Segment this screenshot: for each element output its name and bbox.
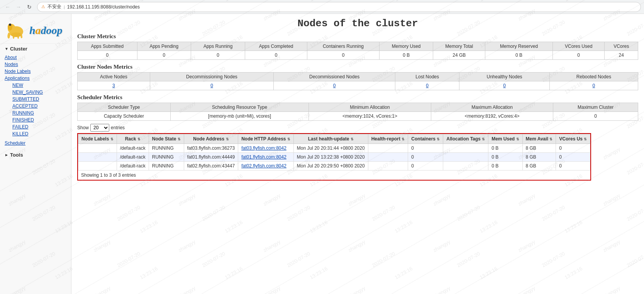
table-cell: Mon Jul 20 13:22:38 +0800 2020 bbox=[293, 153, 368, 162]
node-metric-link[interactable]: 0 bbox=[426, 83, 429, 88]
separator: | bbox=[64, 5, 65, 9]
table-cell: /default-rack bbox=[117, 162, 149, 171]
node-table-header: Node State ⇅ bbox=[149, 134, 184, 144]
entries-select[interactable]: 102050100 bbox=[90, 124, 109, 132]
table-cell: 0 bbox=[408, 144, 443, 153]
logo-area: hadoop bbox=[0, 18, 71, 44]
table-cell: 0 B bbox=[488, 153, 522, 162]
table-cell: fat01.flyfish.com:8042 bbox=[238, 153, 294, 162]
sidebar-item-applications[interactable]: Applications bbox=[0, 75, 71, 82]
sidebar-cluster-title: ▼ Cluster bbox=[0, 44, 71, 54]
scheduler-metric-header: Maximum Allocation bbox=[431, 103, 553, 112]
cluster-metric-value: 0 bbox=[137, 51, 191, 60]
node-http-link[interactable]: fat01.flyfish.com:8042 bbox=[241, 154, 286, 160]
cluster-metric-value: 24 GB bbox=[433, 51, 485, 60]
cluster-node-metric-header: Decommissioning Nodes bbox=[150, 73, 274, 81]
node-table-header: Allocation Tags ⇅ bbox=[443, 134, 488, 144]
scheduler-metric-value: Capacity Scheduler bbox=[78, 112, 171, 121]
page-title-container: Nodes of the cluster bbox=[77, 18, 638, 29]
sidebar: hadoop ▼ Cluster About Nodes Node Labels… bbox=[0, 14, 71, 294]
table-cell: 0 B bbox=[488, 162, 522, 171]
table-cell: fat02.flyfish.com:8042 bbox=[238, 162, 294, 171]
sidebar-item-submitted[interactable]: SUBMITTED bbox=[4, 96, 71, 103]
table-cell bbox=[78, 153, 117, 162]
sidebar-item-about[interactable]: About bbox=[0, 54, 71, 61]
cluster-metric-value: 0 bbox=[245, 51, 307, 60]
active-nodes-link[interactable]: 3 bbox=[112, 83, 115, 88]
sidebar-item-new-saving[interactable]: NEW_SAVING bbox=[4, 89, 71, 96]
table-cell: fat03.flyfish.com:8042 bbox=[238, 144, 294, 153]
cluster-nodes-metrics-title: Cluster Nodes Metrics bbox=[77, 64, 638, 70]
cluster-metric-value: 24 bbox=[605, 51, 638, 60]
cluster-metrics-table: Apps SubmittedApps PendingApps RunningAp… bbox=[77, 42, 638, 60]
table-cell bbox=[78, 162, 117, 171]
table-row: /default-rackRUNNINGfat03.flyfish.com:36… bbox=[78, 144, 590, 153]
table-cell: 8 GB bbox=[522, 144, 556, 153]
cluster-metric-header: VCores Used bbox=[553, 42, 605, 51]
node-metric-link[interactable]: 0 bbox=[503, 83, 506, 88]
node-metric-link[interactable]: 0 bbox=[593, 83, 595, 88]
nodes-table-wrapper: Node Labels ⇅Rack ⇅Node State ⇅Node Addr… bbox=[77, 133, 591, 181]
security-icon: ⚠ bbox=[41, 4, 45, 9]
sort-icon: ⇅ bbox=[482, 137, 485, 141]
node-metric-link[interactable]: 0 bbox=[333, 83, 336, 88]
forward-button[interactable]: → bbox=[14, 2, 23, 12]
back-button[interactable]: ← bbox=[3, 2, 12, 12]
sidebar-item-scheduler[interactable]: Scheduler bbox=[0, 140, 71, 147]
svg-point-4 bbox=[11, 32, 22, 37]
table-cell: 0 bbox=[556, 144, 590, 153]
sidebar-item-killed[interactable]: KILLED bbox=[4, 130, 71, 137]
cluster-metrics-title: Cluster Metrics bbox=[77, 33, 638, 40]
sort-icon: ⇅ bbox=[178, 137, 181, 141]
table-cell: 0 bbox=[408, 153, 443, 162]
cluster-metric-value: 0 bbox=[553, 51, 605, 60]
showing-text: Showing 1 to 3 of 3 entries bbox=[78, 171, 590, 180]
sidebar-item-running[interactable]: RUNNING bbox=[4, 110, 71, 117]
node-http-link[interactable]: fat02.flyfish.com:8042 bbox=[241, 163, 286, 169]
sidebar-item-accepted[interactable]: ACCEPTED bbox=[4, 103, 71, 110]
table-row: /default-rackRUNNINGfat02.flyfish.com:43… bbox=[78, 162, 590, 171]
sidebar-item-finished[interactable]: FINISHED bbox=[4, 117, 71, 123]
cluster-node-metric-value: 0 bbox=[549, 81, 638, 90]
sort-icon: ⇅ bbox=[516, 137, 519, 141]
sort-icon: ⇅ bbox=[287, 137, 290, 141]
refresh-button[interactable]: ↻ bbox=[25, 2, 34, 12]
cluster-metric-header: Memory Total bbox=[433, 42, 485, 51]
table-cell bbox=[78, 144, 117, 153]
cluster-metric-value: 0 B bbox=[485, 51, 553, 60]
table-cell: RUNNING bbox=[149, 144, 184, 153]
cluster-node-metric-header: Decommissioned Nodes bbox=[274, 73, 395, 81]
table-cell: Mon Jul 20 20:31:44 +0800 2020 bbox=[293, 144, 368, 153]
scheduler-metric-header: Scheduling Resource Type bbox=[170, 103, 308, 112]
cluster-metric-value: 0 bbox=[191, 51, 245, 60]
sidebar-item-new[interactable]: NEW bbox=[4, 82, 71, 89]
cluster-node-metric-value: 0 bbox=[274, 81, 395, 90]
cluster-node-metric-value: 3 bbox=[78, 81, 150, 90]
cluster-metric-header: Memory Reserved bbox=[485, 42, 553, 51]
sidebar-item-node-labels[interactable]: Node Labels bbox=[0, 68, 71, 75]
scheduler-metric-value: [memory-mb (unit=Mi), vcores] bbox=[170, 112, 308, 121]
cluster-metric-header: Memory Used bbox=[379, 42, 433, 51]
cluster-metric-value: 0 bbox=[307, 51, 379, 60]
table-cell: 0 bbox=[408, 162, 443, 171]
node-http-link[interactable]: fat03.flyfish.com:8042 bbox=[241, 145, 286, 151]
sort-icon: ⇅ bbox=[437, 137, 440, 141]
sidebar-item-failed[interactable]: FAILED bbox=[4, 123, 71, 130]
sidebar-item-nodes[interactable]: Nodes bbox=[0, 61, 71, 68]
sort-icon: ⇅ bbox=[351, 137, 354, 141]
node-table-header: Mem Used ⇅ bbox=[488, 134, 522, 144]
table-cell: fat03.flyfish.com:36273 bbox=[184, 144, 238, 153]
node-table-header: VCores Us ⇅ bbox=[556, 134, 590, 144]
security-label: 不安全 bbox=[47, 3, 61, 10]
table-cell: 0 bbox=[556, 162, 590, 171]
sidebar-app-sublinks: NEWNEW_SAVINGSUBMITTEDACCEPTEDRUNNINGFIN… bbox=[0, 82, 71, 137]
cluster-node-metric-header: Rebooted Nodes bbox=[549, 73, 638, 81]
node-metric-link[interactable]: 0 bbox=[210, 83, 213, 88]
sort-icon: ⇅ bbox=[402, 137, 405, 141]
node-table-header: Node Labels ⇅ bbox=[78, 134, 117, 144]
node-table-header: Health-report ⇅ bbox=[368, 134, 408, 144]
sort-icon: ⇅ bbox=[137, 137, 141, 141]
scheduler-metrics-title: Scheduler Metrics bbox=[77, 94, 638, 101]
address-bar[interactable]: ⚠ 不安全 | 192.168.11.195:8088/cluster/node… bbox=[37, 2, 641, 12]
scheduler-metric-header: Scheduler Type bbox=[78, 103, 171, 112]
